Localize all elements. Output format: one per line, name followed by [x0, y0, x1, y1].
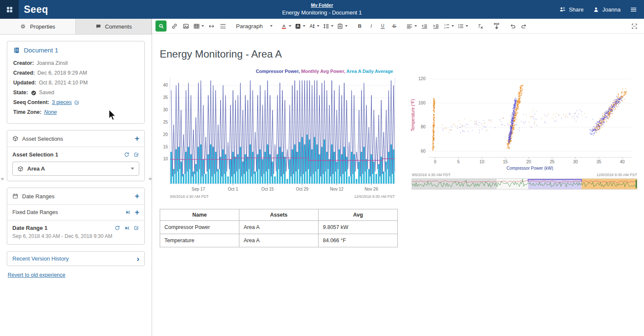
line-height-button[interactable]: [322, 20, 335, 32]
svg-text:Compressor Power (kW): Compressor Power (kW): [506, 166, 553, 171]
svg-text:10: 10: [163, 156, 168, 161]
table-header-assets: Assets: [239, 209, 319, 221]
table-header-avg: Avg: [319, 209, 398, 221]
share-button[interactable]: Share: [559, 6, 584, 13]
clear-formatting-button[interactable]: T: [475, 20, 486, 32]
app-switcher-button[interactable]: [0, 0, 19, 19]
share-label: Share: [569, 6, 584, 13]
dropdown-cube-icon: [17, 166, 23, 172]
edit-asset-selection-icon[interactable]: [134, 152, 139, 157]
timezone-link[interactable]: None: [44, 107, 57, 117]
hamburger-menu-button[interactable]: [630, 6, 637, 13]
gear-icon: [20, 23, 26, 29]
unordered-list-button[interactable]: [456, 20, 469, 32]
share-icon: [559, 6, 566, 13]
legend-item[interactable]: Compressor Power,: [256, 69, 301, 74]
charts-row: Compressor Power, Monthly Avg Power, Are…: [159, 69, 644, 205]
insert-seeq-content-button[interactable]: [155, 20, 167, 32]
refresh-asset-selection-icon[interactable]: [124, 152, 129, 157]
redo-button[interactable]: [519, 20, 529, 32]
fixed-date-ranges-label: Fixed Date Ranges: [12, 209, 58, 215]
insert-link-button[interactable]: [169, 20, 180, 32]
svg-text:5: 5: [457, 159, 460, 164]
state-field: State: Saved: [13, 88, 138, 98]
indent-button[interactable]: [431, 20, 441, 32]
topbar-center: My Folder Energy Monitoring - Document 1: [282, 2, 362, 16]
page-break-button[interactable]: [218, 20, 228, 32]
created-field: Created: Dec 6, 2018 9:29 AM: [13, 68, 138, 78]
svg-text:15: 15: [163, 145, 168, 149]
svg-text:20: 20: [526, 159, 532, 164]
timezone-field: Time Zone: None: [13, 107, 138, 117]
underline-button[interactable]: U: [377, 20, 388, 32]
edit-date-range-icon[interactable]: [134, 225, 139, 231]
chevron-down-icon: [414, 25, 417, 27]
asset-selection-title: Asset Selection 1: [12, 151, 58, 158]
svg-text:A: A: [310, 24, 313, 29]
italic-button[interactable]: I: [366, 20, 377, 32]
pdf-export-button[interactable]: PDF: [491, 20, 502, 32]
insert-horizontal-rule-button[interactable]: [206, 20, 217, 32]
svg-text:9/6/2018 4:30 AM PDT: 9/6/2018 4:30 AM PDT: [170, 194, 209, 199]
recent-version-history-button[interactable]: Recent Version History ›: [7, 251, 145, 266]
top-bar: Seeq My Folder Energy Monitoring - Docum…: [0, 0, 644, 19]
svg-text:A: A: [282, 23, 285, 28]
page-title: Energy Monitoring - Document 1: [282, 9, 362, 16]
table-cell: Compressor Power: [160, 221, 239, 234]
revert-link[interactable]: Revert to old experience: [8, 272, 66, 278]
add-asset-selection-button[interactable]: +: [135, 135, 139, 142]
ordered-list-button[interactable]: 1.2.: [442, 20, 455, 32]
left-panel-collapse-handle[interactable]: «: [1, 176, 4, 181]
chevron-down-icon: [345, 25, 348, 27]
sidebar-collapse-handle[interactable]: «: [149, 176, 152, 181]
add-date-range-button[interactable]: +: [135, 192, 139, 200]
insert-content-template-button[interactable]: [336, 20, 349, 32]
undo-button[interactable]: [507, 20, 518, 32]
svg-text:35: 35: [163, 95, 168, 100]
hamburger-icon: [630, 6, 637, 13]
chevron-down-icon: [289, 25, 291, 27]
seeq-logo: Seeq: [24, 4, 48, 15]
legend-item[interactable]: Monthly Avg Power,: [301, 69, 346, 74]
tab-comments[interactable]: Comments: [76, 19, 152, 34]
svg-text:25: 25: [163, 120, 168, 125]
svg-text:T: T: [478, 23, 481, 28]
apps-grid-icon: [6, 6, 13, 13]
font-color-button[interactable]: A: [279, 20, 293, 32]
bold-button[interactable]: B: [354, 20, 365, 32]
edit-content-icon[interactable]: [74, 100, 80, 105]
svg-text:15: 15: [503, 159, 508, 164]
refresh-date-range-icon[interactable]: [115, 225, 120, 231]
tab-comments-label: Comments: [105, 23, 132, 30]
seeq-content-link[interactable]: 3 pieces: [52, 98, 72, 107]
strikethrough-button[interactable]: S: [389, 20, 400, 32]
insert-table-button[interactable]: [192, 20, 205, 32]
date-range-title: Date Range 1: [12, 225, 47, 231]
step-to-end-icon[interactable]: [125, 210, 130, 215]
svg-text:20: 20: [163, 132, 168, 137]
trend-chart[interactable]: Compressor Power, Monthly Avg Power, Are…: [159, 69, 397, 205]
step-date-range-icon[interactable]: [124, 226, 129, 231]
table-header-name: Name: [160, 209, 239, 221]
asset-selection-dropdown[interactable]: Area A: [12, 162, 139, 176]
scatter-chart[interactable]: 60801001200510152025303540Temperature (°…: [408, 69, 641, 205]
tab-properties[interactable]: Properties: [0, 19, 76, 34]
background-color-button[interactable]: A: [293, 20, 307, 32]
user-menu-button[interactable]: Joanna: [593, 6, 621, 13]
legend-item[interactable]: Area A Daily Average: [346, 69, 393, 74]
main-area: ParagraphAAABIUS1.2.TPDF Energy Monitori…: [152, 19, 644, 336]
table-cell: Area A: [239, 221, 319, 234]
document-editor[interactable]: Energy Monitoring - Area A Compressor Po…: [152, 34, 644, 336]
svg-text:PDF: PDF: [494, 23, 499, 26]
paragraph-style-select[interactable]: Paragraph: [234, 20, 274, 32]
date-ranges-card: Date Ranges + Fixed Date Ranges + Date R…: [7, 188, 145, 245]
chevron-down-icon: [331, 25, 334, 27]
breadcrumb[interactable]: My Folder: [311, 3, 333, 8]
add-fixed-date-range-button[interactable]: +: [135, 209, 139, 216]
insert-image-button[interactable]: [181, 20, 191, 32]
align-button[interactable]: [405, 20, 418, 32]
outdent-button[interactable]: [419, 20, 430, 32]
svg-text:60: 60: [421, 149, 426, 154]
font-size-button[interactable]: A: [308, 20, 321, 32]
fixed-width-button[interactable]: [629, 20, 640, 32]
